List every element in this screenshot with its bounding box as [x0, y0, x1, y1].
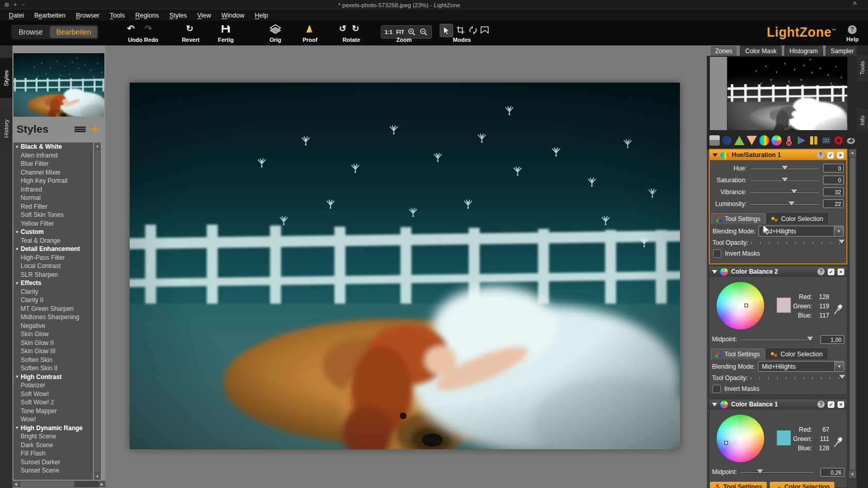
- collapse-icon[interactable]: [712, 270, 717, 274]
- window-maximize-icon[interactable]: +: [13, 0, 17, 10]
- style-item[interactable]: Sunset Scene: [13, 466, 93, 475]
- save-done-icon[interactable]: [221, 24, 231, 34]
- style-item[interactable]: Infrared: [13, 185, 93, 194]
- tool-opacity-slider[interactable]: [751, 374, 844, 382]
- scroll-up-icon[interactable]: ▲: [94, 143, 101, 149]
- style-item[interactable]: Soften Skin II: [13, 364, 93, 373]
- styles-scrollbar-vertical[interactable]: ▲ ▼: [94, 143, 101, 480]
- style-item[interactable]: Local Contrast: [13, 262, 93, 271]
- invert-masks-checkbox[interactable]: [713, 249, 721, 258]
- chevron-down-icon[interactable]: ▼: [834, 226, 843, 236]
- right-panel-scrollbar[interactable]: ▲ ▼: [848, 149, 857, 479]
- color-wheel[interactable]: [717, 415, 764, 462]
- black-and-white-icon[interactable]: [796, 135, 807, 146]
- panel-close-icon[interactable]: ×: [838, 269, 844, 275]
- collapse-icon[interactable]: [712, 403, 717, 406]
- style-group[interactable]: ▼Detail Enhancement: [13, 245, 93, 254]
- style-item[interactable]: Yellow Filter: [13, 219, 93, 228]
- tab-styles-vertical[interactable]: Styles: [0, 58, 12, 98]
- zoom-in-icon[interactable]: [408, 28, 416, 36]
- scroll-left-icon[interactable]: ◀: [12, 481, 19, 487]
- style-item[interactable]: Channel Mixer: [13, 168, 93, 177]
- style-item[interactable]: Clarity II: [13, 296, 93, 305]
- revert-icon[interactable]: ↻: [186, 24, 193, 34]
- color-balance-1-header[interactable]: Color Balance 1 ? ✓ ×: [709, 399, 847, 410]
- style-item[interactable]: Blue Filter: [13, 160, 93, 168]
- collapse-icon[interactable]: [712, 153, 718, 157]
- help-icon[interactable]: ?: [848, 25, 857, 34]
- clone-icon[interactable]: [846, 135, 856, 146]
- zoom-fit-button[interactable]: FIT: [396, 29, 405, 35]
- style-item[interactable]: Soft Wow! 2: [13, 398, 93, 407]
- style-item[interactable]: Clarity: [13, 288, 93, 296]
- style-item[interactable]: Normal: [13, 194, 93, 202]
- style-item[interactable]: SLR Sharpen: [13, 271, 93, 279]
- style-item[interactable]: High Key Portrait: [13, 177, 93, 185]
- luminosity-value[interactable]: 22: [823, 199, 844, 208]
- style-group[interactable]: ▼Effects: [13, 279, 93, 288]
- style-item[interactable]: Fill Flash: [13, 449, 93, 458]
- scroll-up-icon[interactable]: ▲: [849, 149, 856, 156]
- style-item[interactable]: High-Pass Filter: [13, 254, 93, 262]
- color-wheel-marker[interactable]: [745, 304, 748, 307]
- group-collapse-icon[interactable]: ▼: [13, 426, 21, 430]
- mode-select-button[interactable]: [440, 24, 453, 37]
- color-wheel-marker[interactable]: [724, 441, 728, 445]
- style-item[interactable]: Dark Scene: [13, 441, 93, 450]
- window-minimize-icon[interactable]: −: [21, 0, 25, 10]
- style-item[interactable]: Soften Skin: [13, 356, 93, 365]
- vibrance-value[interactable]: 32: [823, 187, 844, 196]
- chevron-up-icon[interactable]: ^: [853, 1, 857, 8]
- menu-window[interactable]: Window: [217, 11, 249, 20]
- menu-regions[interactable]: Regions: [131, 11, 164, 20]
- menu-datei[interactable]: Datei: [4, 11, 28, 20]
- style-item[interactable]: Alien Infrared: [13, 151, 93, 160]
- saturation-value[interactable]: 0: [823, 176, 844, 184]
- style-item[interactable]: Sunset Darker: [13, 458, 93, 467]
- color-selection-tab[interactable]: Color Selection: [770, 482, 834, 488]
- menu-help[interactable]: Help: [250, 11, 273, 20]
- undo-icon[interactable]: ↶: [127, 24, 134, 34]
- tab-tools-vertical[interactable]: Tools: [857, 55, 868, 82]
- list-view-icon[interactable]: [74, 126, 86, 134]
- style-item[interactable]: Skin Glow II: [13, 339, 93, 348]
- tab-zones[interactable]: Zones: [710, 45, 737, 57]
- panel-help-icon[interactable]: ?: [817, 151, 824, 159]
- tab-history-vertical[interactable]: History: [0, 106, 12, 151]
- eyedropper-icon[interactable]: [833, 304, 843, 315]
- mode-crop-button[interactable]: [454, 24, 467, 36]
- style-item[interactable]: Tone Mapper: [13, 407, 93, 416]
- style-item[interactable]: Negative: [13, 322, 93, 330]
- midpoint-value[interactable]: 1,00: [820, 335, 844, 344]
- proof-icon[interactable]: [304, 24, 315, 34]
- panel-enabled-checkbox[interactable]: ✓: [827, 152, 834, 159]
- panel-help-icon[interactable]: ?: [817, 401, 825, 408]
- photo-image[interactable]: [130, 83, 680, 449]
- relight-icon[interactable]: [722, 135, 732, 146]
- window-close-icon[interactable]: ⊗: [4, 0, 9, 10]
- group-collapse-icon[interactable]: ▼: [13, 230, 21, 234]
- blending-mode-select[interactable]: Mid+Hilights ▼: [758, 226, 844, 237]
- scrollbar-thumb[interactable]: [850, 158, 855, 470]
- blending-mode-select[interactable]: Mid+Hilights ▼: [758, 361, 844, 372]
- color-balance-icon[interactable]: [771, 135, 782, 146]
- tab-info-vertical[interactable]: Info: [857, 108, 868, 132]
- styles-scrollbar-horizontal[interactable]: ◀ ▶: [12, 481, 105, 487]
- group-collapse-icon[interactable]: ▼: [13, 374, 21, 379]
- zoom-out-icon[interactable]: [420, 28, 428, 36]
- style-item[interactable]: Teal & Orange: [13, 237, 93, 245]
- tool-opacity-slider[interactable]: [751, 239, 844, 246]
- edit-button[interactable]: Bearbeiten: [50, 26, 98, 38]
- scroll-right-icon[interactable]: ▶: [99, 481, 105, 487]
- menu-browser[interactable]: Browser: [71, 11, 104, 20]
- tab-histogram[interactable]: Histogram: [784, 45, 823, 57]
- menu-styles[interactable]: Styles: [165, 11, 192, 20]
- scroll-down-icon[interactable]: ▼: [94, 473, 101, 480]
- rotate-left-icon[interactable]: ↺: [339, 24, 346, 34]
- color-selection-tab[interactable]: Color Selection: [766, 349, 827, 359]
- hue-slider[interactable]: [751, 164, 819, 172]
- style-item[interactable]: Polarizer: [13, 381, 93, 390]
- invert-masks-checkbox[interactable]: [712, 385, 721, 393]
- color-wheel[interactable]: [717, 282, 764, 329]
- hue-saturation-icon[interactable]: [759, 135, 769, 146]
